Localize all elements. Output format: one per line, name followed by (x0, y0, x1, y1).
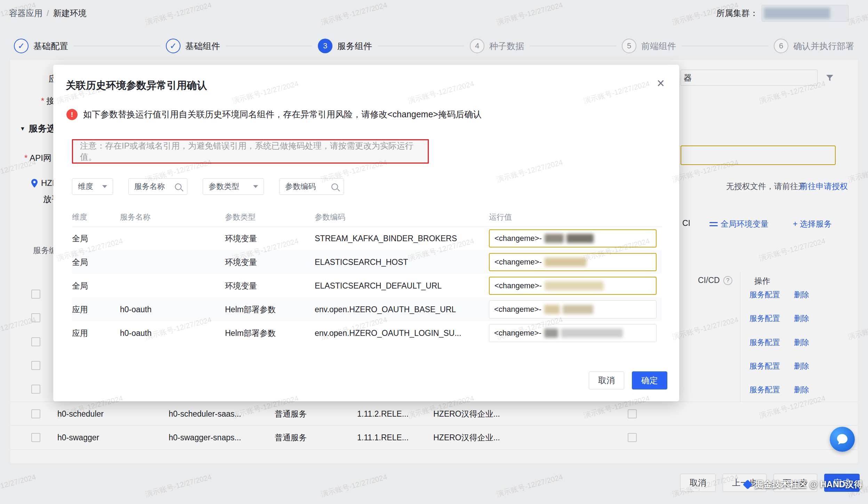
dimension-cell: 应用 (72, 328, 120, 339)
col-type: 参数类型 (225, 212, 315, 222)
param-type-filter-dropdown[interactable]: 参数类型 (203, 178, 264, 195)
runtime-value-input[interactable]: <changeme>- (489, 277, 657, 295)
runtime-value-input[interactable]: <changeme>- (489, 324, 657, 342)
dimension-cell: 全局 (72, 257, 120, 268)
masked-value (545, 258, 586, 267)
search-icon (175, 183, 182, 190)
dimension-cell: 应用 (72, 304, 120, 315)
masked-value (545, 281, 604, 290)
col-service: 服务名称 (120, 212, 225, 222)
param-code-filter[interactable]: 参数编码 (279, 178, 344, 195)
dimension-cell: 全局 (72, 281, 120, 291)
dialog-title: 关联历史环境参数异常引用确认 (66, 79, 207, 93)
masked-value (566, 234, 594, 243)
code-cell: env.open.HZERO_OAUTH_LOGIN_SU... (315, 329, 489, 338)
chevron-down-icon (102, 185, 107, 188)
dimension-filter-dropdown[interactable]: 维度 (72, 178, 113, 195)
masked-value (545, 234, 564, 243)
close-icon[interactable]: × (657, 77, 665, 90)
runtime-value-input[interactable]: <changeme>- (489, 300, 657, 318)
param-row: 全局 环境变量 STREAM_KAFKA_BINDER_BROKERS <cha… (72, 227, 662, 250)
dialog-confirm-button[interactable]: 确定 (632, 371, 667, 389)
type-cell: 环境变量 (225, 257, 315, 268)
param-row: 应用 h0-oauth Helm部署参数 env.open.HZERO_OAUT… (72, 298, 662, 321)
param-row: 应用 h0-oauth Helm部署参数 env.open.HZERO_OAUT… (72, 321, 662, 345)
chevron-down-icon (253, 185, 258, 188)
runtime-value-input[interactable]: <changeme>- (489, 229, 657, 247)
param-row: 全局 环境变量 ELASTICSEARCH_DEFAULT_URL <chang… (72, 274, 662, 298)
service-cell: h0-oauth (120, 329, 225, 338)
type-cell: Helm部署参数 (225, 328, 315, 339)
code-cell: STREAM_KAFKA_BINDER_BROKERS (315, 234, 489, 243)
code-cell: env.open.HZERO_OAUTH_BASE_URL (315, 305, 489, 314)
confirm-dialog: 关联历史环境参数异常引用确认 × ! 如下参数替换运行值引用自关联历史环境同名组… (53, 65, 679, 401)
masked-value (544, 305, 560, 314)
service-name-filter[interactable]: 服务名称 (128, 178, 187, 195)
service-cell: h0-oauth (120, 305, 225, 314)
type-cell: 环境变量 (225, 233, 315, 244)
warning-text: 如下参数替换运行值引用自关联历史环境同名组件，存在异常引用风险，请修改<chan… (83, 109, 482, 120)
col-dimension: 维度 (72, 212, 120, 222)
type-cell: 环境变量 (225, 281, 315, 291)
dialog-footer: 取消 确定 (589, 371, 667, 389)
table-header-row: 维度 服务名称 参数类型 参数编码 运行值 (72, 208, 662, 227)
col-value: 运行值 (489, 212, 662, 222)
code-cell: ELASTICSEARCH_DEFAULT_URL (315, 281, 489, 291)
chat-bubble-icon (835, 432, 849, 446)
col-code: 参数编码 (315, 212, 489, 222)
error-icon: ! (66, 109, 78, 120)
dialog-cancel-button[interactable]: 取消 (589, 371, 624, 389)
masked-value (561, 329, 623, 338)
customer-service-chat-icon[interactable] (830, 427, 855, 452)
runtime-value-input[interactable]: <changeme>- (489, 253, 657, 271)
param-row: 全局 环境变量 ELASTICSEARCH_HOST <changeme>- (72, 250, 662, 274)
param-table: 维度 服务名称 参数类型 参数编码 运行值 全局 环境变量 STREAM_KAF… (72, 208, 662, 345)
notice-banner: 注意：存在IP或者域名引用，为避免错误引用，系统已做掩码处理，请按需更改为实际运… (72, 139, 429, 164)
masked-value (563, 305, 593, 314)
search-icon (331, 183, 338, 190)
filter-bar: 维度 服务名称 参数类型 参数编码 (72, 178, 344, 195)
dimension-cell: 全局 (72, 233, 120, 244)
masked-value (544, 329, 558, 338)
warning-message: ! 如下参数替换运行值引用自关联历史环境同名组件，存在异常引用风险，请修改<ch… (66, 109, 482, 120)
type-cell: Helm部署参数 (225, 304, 315, 315)
code-cell: ELASTICSEARCH_HOST (315, 258, 489, 267)
